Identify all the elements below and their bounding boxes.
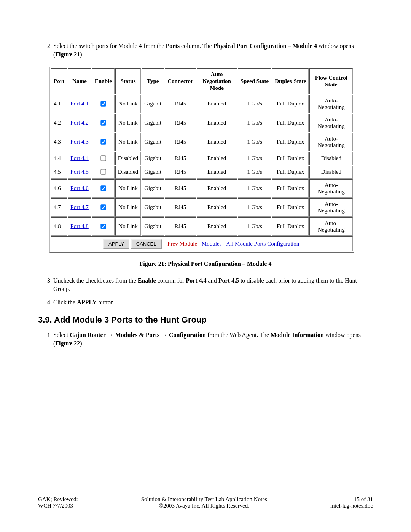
th-port: Port [51,68,67,94]
footer-center2: ©2003 Avaya Inc. All Rights Reserved. [78,503,330,509]
step4-b1: APPLY [77,299,97,305]
step-list-3: Select Cajun Router → Modules & Ports → … [38,331,373,348]
port-link[interactable]: Port 4.7 [70,204,89,210]
cell-status: No Link [115,217,141,236]
cell-connector: RJ45 [165,198,196,217]
port-link[interactable]: Port 4.2 [70,120,89,126]
port-link[interactable]: Port 4.5 [70,169,89,175]
cell-enable [92,217,115,236]
cell-connector: RJ45 [165,133,196,151]
arrow-icon-1: → [106,332,115,338]
port-link[interactable]: Port 4.6 [70,185,89,191]
cell-auto-negotiation: Enabled [197,198,237,217]
modules-link[interactable]: Modules [202,241,222,247]
cell-duplex: Full Duplex [272,179,309,198]
cell-port: 4.3 [51,133,67,151]
cell-auto-negotiation: Enabled [197,114,237,132]
prev-module-link[interactable]: Prev Module [167,241,197,247]
cell-auto-negotiation: Enabled [197,95,237,113]
port-link[interactable]: Port 4.1 [70,101,89,107]
th-flow: Flow Control State [309,68,353,94]
th-auto: Auto Negotiation Mode [197,68,237,94]
all-ports-config-link[interactable]: All Module Ports Configuration [226,241,299,247]
step-3-9-1: Select Cajun Router → Modules & Ports → … [53,331,373,348]
footer-center1: Solution & Interoperability Test Lab App… [78,496,330,503]
table-row: 4.5Port 4.5DisabledGigabitRJ45Enabled1 G… [51,166,353,179]
step2-prefix: Select the switch ports for Module 4 fro… [53,43,166,49]
cell-status: Disabled [115,152,141,165]
table-row: 4.2Port 4.2No LinkGigabitRJ45Enabled1 Gb… [51,114,353,132]
cell-status: No Link [115,95,141,113]
port-link[interactable]: Port 4.8 [70,223,89,229]
footer-left1: GAK; Reviewed: [38,496,78,503]
cell-port: 4.2 [51,114,67,132]
ports-table: Port Name Enable Status Type Connector A… [49,67,354,253]
cell-enable [92,95,115,113]
s391-b3: Configuration [169,332,206,338]
table-row: 4.3Port 4.3No LinkGigabitRJ45Enabled1 Gb… [51,133,353,151]
th-enable: Enable [92,68,115,94]
th-speed: Speed State [238,68,272,94]
step3-mid1: column for [156,277,186,284]
cell-type: Gigabit [142,179,164,198]
cell-port: 4.8 [51,217,67,236]
cell-auto-negotiation: Enabled [197,179,237,198]
enable-checkbox[interactable] [101,101,106,106]
footer-center: Solution & Interoperability Test Lab App… [78,496,330,509]
cell-connector: RJ45 [165,217,196,236]
table-row: 4.6Port 4.6No LinkGigabitRJ45Enabled1 Gb… [51,179,353,198]
cell-port: 4.5 [51,166,67,179]
port-link[interactable]: Port 4.4 [70,155,89,161]
footer-left2: WCH 7/7/2003 [38,503,78,509]
step-list-1: Select the switch ports for Module 4 fro… [38,42,373,59]
cell-status: Disabled [115,166,141,179]
apply-button[interactable]: APPLY [103,239,129,249]
step2-suffix: ). [80,51,83,58]
s391-mid: from the Web Agent. The [206,332,271,338]
th-name: Name [68,68,91,94]
cell-flow: Auto-Negotiating [309,217,353,236]
cell-type: Gigabit [142,198,164,217]
arrow-icon-2: → [159,332,169,338]
cell-port: 4.7 [51,198,67,217]
figure-caption: Figure 21: Physical Port Configuration –… [38,260,373,267]
table-row: 4.4Port 4.4DisabledGigabitRJ45Enabled1 G… [51,152,353,165]
cell-flow: Auto-Negotiating [309,198,353,217]
step3-b2: Port 4.4 [186,277,206,284]
cell-duplex: Full Duplex [272,198,309,217]
cell-type: Gigabit [142,152,164,165]
section-heading-3-9: 3.9. Add Module 3 Ports to the Hunt Grou… [38,315,373,325]
enable-checkbox[interactable] [101,120,106,125]
cell-flow: Auto-Negotiating [309,133,353,151]
enable-checkbox[interactable] [101,224,106,229]
step3-mid2: and [207,277,218,284]
cell-enable [92,133,115,151]
step3-b3: Port 4.5 [218,277,239,284]
footer-right: 15 of 31 intel-lag-notes.doc [330,496,373,509]
cell-flow: Auto-Negotiating [309,95,353,113]
cell-connector: RJ45 [165,95,196,113]
step2-b2: Physical Port Configuration – Module 4 [213,43,317,49]
cell-type: Gigabit [142,114,164,132]
cell-port: 4.1 [51,95,67,113]
cell-type: Gigabit [142,217,164,236]
step-list-2: Uncheck the checkboxes from the Enable c… [38,276,373,307]
enable-checkbox[interactable] [101,139,106,144]
step2-mid1: column. The [180,43,213,49]
cell-duplex: Full Duplex [272,152,309,165]
cell-auto-negotiation: Enabled [197,152,237,165]
footer-left: GAK; Reviewed: WCH 7/7/2003 [38,496,78,509]
port-link[interactable]: Port 4.3 [70,139,89,145]
enable-checkbox[interactable] [101,185,106,191]
cancel-button[interactable]: CANCEL [131,239,162,249]
cell-status: No Link [115,198,141,217]
cell-connector: RJ45 [165,166,196,179]
enable-checkbox[interactable] [101,155,106,161]
cell-connector: RJ45 [165,114,196,132]
cell-type: Gigabit [142,133,164,151]
cell-auto-negotiation: Enabled [197,166,237,179]
step2-b1: Ports [166,43,180,49]
enable-checkbox[interactable] [101,169,106,174]
step4-prefix: Click the [53,299,77,305]
enable-checkbox[interactable] [101,204,106,210]
